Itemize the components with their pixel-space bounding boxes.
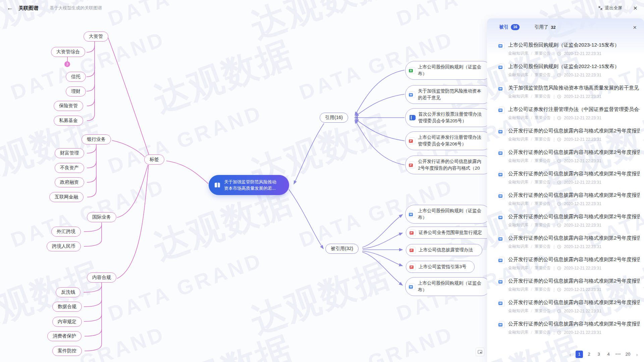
document-title: 公开发行证券的公司信息披露内容与格式准则第2号年度报告的内...	[508, 256, 640, 263]
doc-node[interactable]: P 公开发行证券的公司信息披露内2号年度报告的内容与格式（20	[405, 156, 492, 174]
document-list-item[interactable]: W 公开发行证券的公司信息披露内容与格式准则第2号年度报告的内... 金融知识库…	[499, 275, 638, 296]
back-icon[interactable]: ←	[7, 4, 13, 12]
doc-node[interactable]: W 上市公司股份回购规则（证监会布）	[405, 277, 490, 296]
mindmap-node-leaf[interactable]: 跨境人民币	[47, 241, 81, 251]
document-list-item[interactable]: W 公开发行证券的公司信息披露内容与格式准则第2号年度报告的内... 金融知识库…	[499, 317, 638, 339]
doc-node[interactable]: P 上市公司信息披露管理办法	[406, 244, 482, 256]
fullscreen-exit-icon	[598, 6, 603, 10]
document-meta: 金融知识库/重要公告| 2020-12-21 22:23:31	[508, 94, 639, 99]
minimap-toggle-button[interactable]	[476, 348, 484, 356]
word-doc-icon: W	[499, 192, 505, 199]
document-meta: 金融知识库/重要公告| 2020-12-21 22:23:31	[508, 222, 640, 228]
document-meta: 金融知识库/重要公告| 2020-12-21 22:23:31	[508, 308, 640, 314]
collapsed-count-badge[interactable]: 3	[64, 61, 70, 67]
pagination-next[interactable]: ›	[634, 352, 640, 357]
clock-icon	[557, 159, 561, 163]
exit-fullscreen-button[interactable]: 退出全屏	[598, 5, 622, 11]
pagination-page-1[interactable]: 1	[576, 351, 583, 358]
doc-node[interactable]: P 证券公司业务范围审批暂行规定	[406, 227, 492, 239]
top-bar: ← 关联图谱 基于大模型生成的关联图谱 退出全屏 ×	[0, 0, 644, 16]
doc-node[interactable]: W 上市公司股份回购规则（证监会布）	[405, 205, 490, 224]
clock-icon	[557, 330, 561, 335]
pagination-page-2[interactable]: 2	[585, 351, 593, 358]
document-title: 公开发行证券的公司信息披露内容与格式准则第2号年度报告的内...	[508, 299, 640, 306]
mindmap-node-leaf[interactable]: 数据合规	[52, 302, 82, 312]
panel-close-icon[interactable]: ×	[633, 24, 637, 31]
document-title: 公开发行证券的公司信息披露内容与格式准则第2号年度报告的内...	[508, 149, 640, 156]
mindmap-node-leaf[interactable]: 互联网金融	[49, 192, 84, 202]
document-list-item[interactable]: W 公开发行证券的公司信息披露内容与格式准则第2号年度报告的内... 金融知识库…	[499, 189, 638, 210]
document-list-item[interactable]: W 关于加强监管防范风险推动资本市场高质量发展的若干意见 金融知识库/重要公告|…	[499, 81, 638, 103]
mindmap-node-leaf[interactable]: 案件防控	[52, 346, 82, 356]
pagination-prev[interactable]: ‹	[567, 352, 573, 357]
clock-icon	[557, 202, 561, 206]
document-meta: 金融知识库/重要公告| 2020-12-21 22:23:31	[508, 287, 640, 292]
pink-edges	[67, 38, 208, 351]
mindmap-node-leaf[interactable]: 不良资产	[55, 163, 84, 173]
mindmap-node-leaf[interactable]: 反洗钱	[56, 287, 80, 297]
page-subtitle: 基于大模型生成的关联图谱	[50, 5, 102, 11]
app-screen: 达观数据DATA GRAND达观数据DATA GRAND达观数据DATA GRA…	[0, 0, 644, 362]
mindmap-node-leaf[interactable]: 私募基金	[54, 116, 83, 126]
document-list-item[interactable]: W 上市公司证券发行注册管理办法（中国证券监督管理委员会令第2... 金融知识库…	[499, 103, 638, 124]
word-doc-icon: W	[499, 214, 505, 221]
pagination-ellipsis[interactable]: •••	[614, 351, 622, 358]
clock-icon	[557, 309, 561, 313]
mindmap-node-leaf[interactable]: 财富管理	[55, 148, 84, 158]
word-doc-icon: W	[499, 149, 505, 156]
mindmap-node-citing[interactable]: 被引用(32)	[325, 244, 359, 254]
document-list-item[interactable]: W 公开发行证券的公司信息披露内容与格式准则第2号年度报告的内... 金融知识库…	[499, 210, 638, 232]
document-list-item[interactable]: W 公开发行证券的公司信息披露内容与格式准则第2号年度报告的内... 金融知识库…	[499, 296, 638, 317]
doc-node[interactable]: W 关于加强监管防范风险推动资本的若干意见	[405, 85, 492, 104]
mindmap-node-group[interactable]: 内容合规	[87, 273, 116, 283]
tab-cited-by[interactable]: 被引 16	[499, 24, 520, 30]
document-meta: 金融知识库/重要公告| 2020-12-21 22:23:31	[508, 136, 640, 142]
doc-node[interactable]: P 上市公司证券发行注册管理办法管理委员会令第206号）	[405, 131, 492, 150]
document-list-item[interactable]: W 公开发行证券的公司信息披露内容与格式准则第2号年度报告的内... 金融知识库…	[499, 253, 638, 275]
mindmap-node-tags[interactable]: 标签	[144, 155, 164, 165]
document-list-item[interactable]: W 公开发行证券的公司信息披露内容与格式准则第2号年度报告的内... 金融知识库…	[499, 232, 638, 253]
pagination-page-3[interactable]: 3	[595, 351, 602, 358]
mindmap-node-leaf[interactable]: 理财	[66, 86, 86, 97]
word-doc-icon: W	[499, 171, 505, 178]
document-meta: 金融知识库/重要公告| 2020-12-21 22:23:31	[508, 265, 640, 271]
minimap-icon	[478, 350, 482, 354]
document-meta: 金融知识库/重要公告| 2020-12-21 22:23:31	[508, 201, 640, 206]
document-title: 上市公司股份回购规则（证监会2023-12-15发布）	[508, 42, 620, 48]
cited-by-count-badge: 16	[511, 24, 520, 30]
mindmap-node-leaf[interactable]: 政府融资	[55, 177, 84, 187]
close-icon[interactable]: ×	[633, 5, 637, 11]
document-list-item[interactable]: W 上市公司股份回购规则（证监会2023-12-15发布） 金融知识库/重要公告…	[499, 39, 638, 60]
doc-node[interactable]: S 上市公司股份回购规则（证监会布）	[405, 61, 492, 80]
cites-count: 32	[551, 25, 555, 30]
clock-icon	[557, 245, 561, 249]
document-list-item[interactable]: W 公开发行证券的公司信息披露内容与格式准则第2号年度报告的内... 金融知识库…	[499, 124, 638, 146]
document-title: 上市公司股份回购规则（证监会2022-12-15发布）	[508, 63, 620, 70]
doc-node[interactable]: 首次公开发行股票注册管理办法管理委员会令第205号）	[405, 108, 492, 127]
clock-icon	[557, 73, 561, 77]
clock-icon	[557, 266, 561, 270]
mindmap-node-leaf[interactable]: 保险资管	[54, 101, 83, 111]
document-list-item[interactable]: W 公开发行证券的公司信息披露内容与格式准则第2号年度报告的内... 金融知识库…	[499, 146, 638, 167]
word-doc-icon: W	[499, 257, 505, 263]
document-title: 上市公司证券发行注册管理办法（中国证券监督管理委员会令第2...	[508, 106, 640, 113]
mindmap-center-node[interactable]: 关于加强监管防范风险推动 资本市场高质量发展的若...	[209, 175, 289, 195]
mindmap-node-leaf[interactable]: 外汇跨境	[51, 227, 81, 237]
doc-node[interactable]: P 上市公司监管指引第3号	[406, 261, 475, 273]
mindmap-node-cited[interactable]: 引用(16)	[320, 113, 348, 123]
document-meta: 金融知识库/重要公告| 2020-12-21 22:23:31	[508, 51, 620, 56]
pagination-page-20[interactable]: 20	[624, 351, 632, 358]
pdf-doc-icon: P	[410, 247, 416, 253]
mindmap-node-leaf[interactable]: 内审规定	[52, 317, 82, 327]
document-list-item[interactable]: W 公开发行证券的公司信息披露内容与格式准则第2号年度报告的内... 金融知识库…	[499, 167, 638, 189]
pagination-page-4[interactable]: 4	[605, 351, 612, 358]
mindmap-node-group[interactable]: 国际业务	[87, 212, 116, 222]
document-list-item[interactable]: W 上市公司股份回购规则（证监会2022-12-15发布） 金融知识库/重要公告…	[499, 60, 638, 81]
tab-cites[interactable]: 引用了 32	[534, 24, 555, 30]
mindmap-node-leaf[interactable]: 消费者保护	[47, 331, 82, 341]
mindmap-node-group[interactable]: 大资管	[84, 32, 108, 42]
mindmap-node-leaf[interactable]: 大资管综合	[51, 47, 85, 57]
word-doc-icon: W	[499, 107, 505, 113]
mindmap-node-group[interactable]: 银行业务	[82, 134, 111, 144]
mindmap-node-leaf[interactable]: 信托	[66, 72, 86, 82]
